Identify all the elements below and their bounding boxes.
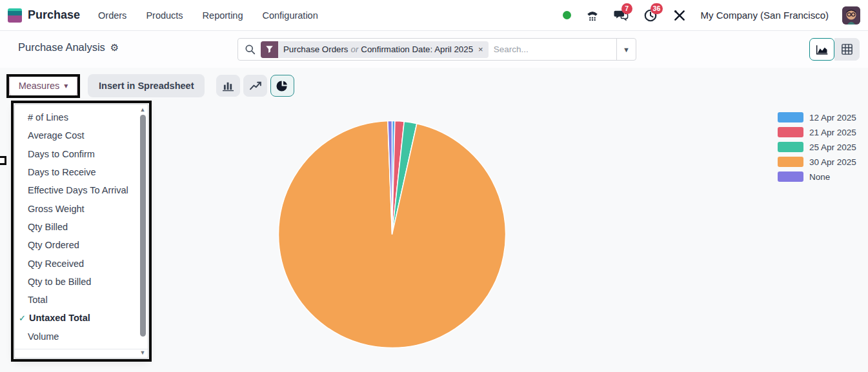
legend-label: 21 Apr 2025 xyxy=(809,128,856,137)
measure-item-volume[interactable]: Volume xyxy=(15,328,148,346)
page-title: Purchase Analysis xyxy=(18,41,105,54)
nav-menu-configuration[interactable]: Configuration xyxy=(261,8,319,23)
pivot-view-button[interactable] xyxy=(834,38,860,61)
measure-item-qty-received[interactable]: Qty Received xyxy=(15,254,148,272)
search-icon xyxy=(245,44,256,55)
measure-item-label: Untaxed Total xyxy=(29,313,90,323)
measure-item-label: Volume xyxy=(28,331,59,342)
measure-item-label: # of Lines xyxy=(28,112,68,122)
scrollbar-thumb[interactable] xyxy=(140,115,146,337)
facet-filter-date: Confirmation Date: April 2025 xyxy=(361,44,473,54)
app-switcher-button[interactable]: Purchase xyxy=(8,8,80,23)
measures-button[interactable]: Measures ▾ xyxy=(9,74,77,97)
line-chart-button[interactable] xyxy=(243,75,267,97)
measure-item-gross-weight[interactable]: Gross Weight xyxy=(15,199,148,217)
pie-chart-button[interactable] xyxy=(270,75,294,97)
pie-chart xyxy=(276,118,509,351)
measure-item-label: Days to Confirm xyxy=(28,149,95,159)
measure-item-qty-ordered[interactable]: Qty Ordered xyxy=(15,236,148,254)
company-selector[interactable]: My Company (San Francisco) xyxy=(701,10,829,21)
search-dropdown-toggle[interactable]: ▼ xyxy=(616,39,636,60)
app-name: Purchase xyxy=(28,8,80,22)
legend-swatch xyxy=(778,157,803,167)
top-navbar: Purchase OrdersProductsReportingConfigur… xyxy=(0,0,868,31)
graph-toolbar: Measures ▾ Insert in Spreadsheet xyxy=(9,74,294,97)
measure-item-days-to-confirm[interactable]: Days to Confirm xyxy=(15,145,148,163)
measure-item-label: Qty Received xyxy=(28,259,84,269)
measures-button-label: Measures xyxy=(19,81,60,91)
legend-label: None xyxy=(809,172,830,182)
view-switcher xyxy=(809,38,860,61)
measure-item-qty-billed[interactable]: Qty Billed xyxy=(15,218,148,236)
legend-swatch xyxy=(778,112,803,122)
dropdown-scrollbar[interactable]: ▲ ▼ xyxy=(139,106,146,357)
facet-filter-name: Purchase Orders xyxy=(283,44,348,54)
bar-chart-button[interactable] xyxy=(216,75,240,97)
measure-item-label: Average Cost xyxy=(28,130,85,141)
measure-item-average-cost[interactable]: Average Cost xyxy=(15,126,148,144)
main-menu-bar: OrdersProductsReportingConfiguration xyxy=(97,8,319,23)
check-icon: ✓ xyxy=(19,313,29,323)
legend-label: 25 Apr 2025 xyxy=(809,142,856,152)
measure-item-label: Qty Billed xyxy=(28,222,68,232)
measure-item-label: Qty to be Billed xyxy=(28,277,91,287)
legend-swatch xyxy=(778,127,803,137)
control-panel: Purchase Analysis ⚙ Purchase Orders or xyxy=(0,31,868,68)
user-avatar[interactable] xyxy=(842,6,860,24)
measures-list: # of LinesAverage CostDays to ConfirmDay… xyxy=(15,108,148,346)
legend-item[interactable]: 12 Apr 2025 xyxy=(778,112,856,122)
menu-divider xyxy=(15,349,148,349)
legend-label: 12 Apr 2025 xyxy=(809,113,856,122)
voip-phone-icon[interactable] xyxy=(585,8,600,23)
measure-item-label: Qty Ordered xyxy=(28,240,79,250)
search-facet: Purchase Orders or Confirmation Date: Ap… xyxy=(261,41,489,58)
legend-swatch xyxy=(778,171,803,182)
measure-item-qty-to-be-billed[interactable]: Qty to be Billed xyxy=(15,273,148,291)
facet-or-text: or xyxy=(351,44,359,54)
activities-count-badge: 36 xyxy=(651,3,663,14)
view-settings-gear-icon[interactable]: ⚙ xyxy=(110,42,119,54)
measure-item-total[interactable]: Total xyxy=(15,291,148,309)
measures-dropdown-menu: # of LinesAverage CostDays to ConfirmDay… xyxy=(14,104,148,358)
scroll-up-icon[interactable]: ▲ xyxy=(139,106,146,113)
scroll-down-icon[interactable]: ▼ xyxy=(139,349,146,357)
measure-item-days-to-receive[interactable]: Days to Receive xyxy=(15,163,148,181)
debug-tools-icon[interactable] xyxy=(672,8,687,23)
measure-item-label: Total xyxy=(28,295,48,305)
legend-label: 30 Apr 2025 xyxy=(809,157,856,167)
purchase-app-logo-icon xyxy=(8,8,22,23)
legend-item[interactable]: 30 Apr 2025 xyxy=(778,157,856,167)
nav-menu-products[interactable]: Products xyxy=(145,8,184,23)
search-bar: Purchase Orders or Confirmation Date: Ap… xyxy=(237,38,636,61)
annotation-handle xyxy=(0,156,6,165)
legend-swatch xyxy=(778,142,803,152)
measure-item-label: Effective Days To Arrival xyxy=(28,185,128,195)
measure-item-effective-days-to-arrival[interactable]: Effective Days To Arrival xyxy=(15,181,148,199)
nav-menu-reporting[interactable]: Reporting xyxy=(201,8,245,23)
purchase-analysis-page: Purchase OrdersProductsReportingConfigur… xyxy=(0,0,868,372)
filter-funnel-icon xyxy=(261,41,278,58)
graph-view-button[interactable] xyxy=(809,38,834,61)
online-status-dot xyxy=(563,11,571,19)
messages-icon[interactable]: 7 xyxy=(614,8,629,23)
measure-item-label: Gross Weight xyxy=(28,204,85,214)
chart-legend: 12 Apr 202521 Apr 202525 Apr 202530 Apr … xyxy=(778,112,856,182)
measure-item-label: Days to Receive xyxy=(28,167,96,177)
messages-count-badge: 7 xyxy=(621,3,632,14)
nav-menu-orders[interactable]: Orders xyxy=(97,8,128,23)
chart-type-group xyxy=(216,75,294,97)
insert-in-spreadsheet-button[interactable]: Insert in Spreadsheet xyxy=(88,74,205,97)
measure-item--of-lines[interactable]: # of Lines xyxy=(15,108,148,126)
facet-remove-icon[interactable]: × xyxy=(477,41,489,58)
activities-clock-icon[interactable]: 36 xyxy=(643,8,658,23)
legend-item[interactable]: 21 Apr 2025 xyxy=(778,127,856,137)
chevron-down-icon: ▾ xyxy=(64,81,68,90)
legend-item[interactable]: 25 Apr 2025 xyxy=(778,142,856,152)
measure-item-untaxed-total[interactable]: ✓Untaxed Total xyxy=(15,309,148,327)
legend-item[interactable]: None xyxy=(778,171,856,182)
search-input[interactable] xyxy=(489,44,616,54)
